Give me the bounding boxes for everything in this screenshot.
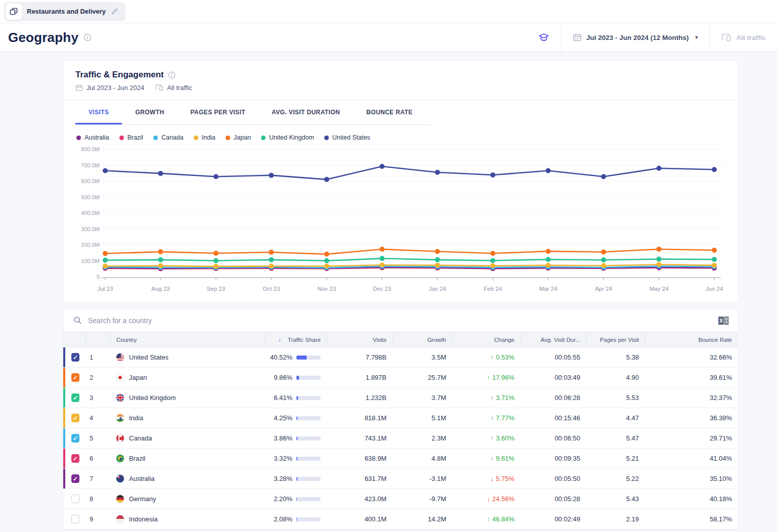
row-checkbox[interactable]: ✓ [71,495,79,503]
country-name[interactable]: Germany [129,495,156,503]
col-bounce-rate[interactable]: Bounce Rate [645,332,738,347]
traffic-engagement-panel: Traffic & Engagement Jul 2023 - Jun 2024… [63,60,739,302]
traffic-share-value: 3.86% [274,434,292,442]
date-range-picker[interactable]: Jul 2023 - Jun 2024 (12 Months) ▼ [561,23,710,52]
row-checkbox[interactable]: ✓ [71,414,79,422]
table-row[interactable]: ✓ 1 United States 40.52% 7.798B 3.5M ↑0.… [63,347,738,368]
country-name[interactable]: India [129,414,143,422]
row-checkbox[interactable]: ✓ [71,434,79,442]
svg-text:Sep 23: Sep 23 [207,286,225,292]
change-value: ↑3.71% [452,388,521,408]
legend-dot-icon [76,136,81,140]
col-visits[interactable]: Visits [327,332,393,347]
check-icon: ✓ [73,456,78,462]
country-name[interactable]: Australia [129,475,155,482]
legend-item[interactable]: India [194,134,215,141]
country-flag-icon [116,393,124,402]
visits-value: 631.7M [327,469,393,489]
row-checkbox[interactable]: ✓ [71,393,79,402]
col-country[interactable]: Country [110,332,264,347]
legend-label: Brazil [127,134,143,141]
svg-text:Nov 23: Nov 23 [318,286,336,292]
table-row[interactable]: ✓ 8 Germany 2.20% 423.0M -9.7M ↓24.56% 0… [63,489,738,509]
pages-per-visit-value: 5.38 [586,347,645,367]
change-arrow-icon: ↑ [491,353,494,361]
tab-visits[interactable]: VISITS [75,100,122,124]
legend-item[interactable]: Canada [153,134,184,141]
col-avg-visit-duration[interactable]: Avg. Visit Dur... [521,332,586,347]
avg-visit-duration-value: 00:09:35 [521,449,586,468]
traffic-share-value: 4.25% [274,414,292,422]
edit-workspace-icon[interactable] [111,8,118,15]
workspace-bar: Restaurants and Delivery [0,0,777,23]
pages-per-visit-value: 5.47 [586,428,645,448]
info-icon[interactable] [168,71,176,79]
svg-text:Apr 24: Apr 24 [595,286,612,292]
row-rank: 8 [85,489,110,509]
row-rank: 9 [85,509,110,529]
country-name[interactable]: Brazil [129,455,146,462]
change-arrow-icon: ↑ [491,434,494,442]
traffic-share-value: 3.32% [274,455,292,462]
col-pages-per-visit[interactable]: Pages per Visit [586,332,645,347]
chevron-down-icon: ▼ [695,35,699,40]
traffic-filter[interactable]: All traffic [710,23,777,52]
visits-value: 743.1M [327,428,393,448]
traffic-share-bar [296,436,321,440]
svg-text:Aug 23: Aug 23 [151,286,169,292]
row-color-stripe [63,428,65,448]
info-icon[interactable] [83,33,92,41]
traffic-share-value: 2.20% [274,495,292,503]
table-row[interactable]: ✓ 6 Brazil 3.32% 638.9M 4.8M ↑9.61% 00:0… [63,449,738,469]
visits-line-chart[interactable]: 0100.0M200.0M300.0M400.0M500.0M600.0M700… [75,145,726,297]
country-name[interactable]: United Kingdom [129,394,176,402]
tab-avg-visit-duration[interactable]: AVG. VISIT DURATION [258,100,353,124]
row-checkbox[interactable]: ✓ [71,454,79,463]
col-change[interactable]: Change [452,332,521,347]
legend-item[interactable]: Japan [226,134,251,141]
table-search-row: X [63,309,738,332]
table-row[interactable]: ✓ 2 Japan 9.86% 1.897B 25.7M ↑17.96% 00:… [63,368,738,388]
table-row[interactable]: ✓ 7 Australia 3.28% 631.7M -3.1M ↓5.75% … [63,469,738,489]
country-name[interactable]: Canada [129,434,152,442]
svg-text:300.0M: 300.0M [81,226,100,232]
legend-item[interactable]: United States [324,134,370,141]
country-name[interactable]: United States [129,353,168,361]
legend-dot-icon [119,136,124,140]
col-traffic-share[interactable]: ↓Traffic Share [264,332,327,347]
row-checkbox[interactable]: ✓ [71,515,79,523]
table-row[interactable]: ✓ 9 Indonesia 2.08% 400.1M 14.2M ↑46.84%… [63,509,738,529]
traffic-share-value: 3.28% [274,475,292,482]
tab-pages-per-visit[interactable]: PAGES PER VISIT [177,100,258,124]
table-row[interactable]: ✓ 4 India 4.25% 818.1M 5.1M ↑7.77% 00:15… [63,408,738,428]
change-arrow-icon: ↑ [491,414,494,422]
country-name[interactable]: Indonesia [129,515,157,523]
workspace-icon[interactable] [6,4,22,20]
search-input[interactable] [88,317,718,325]
excel-export-icon[interactable]: X [718,316,729,326]
col-growth[interactable]: Growth [393,332,452,347]
svg-text:Mar 24: Mar 24 [539,286,557,292]
avg-visit-duration-value: 00:15:46 [521,408,586,428]
table-row[interactable]: ✓ 5 Canada 3.86% 743.1M 2.3M ↑3.60% 00:0… [63,428,738,449]
workspace-pill[interactable]: Restaurants and Delivery [4,2,125,21]
growth-value: 3.7M [393,388,452,408]
pages-per-visit-value: 2.19 [586,509,645,529]
row-checkbox[interactable]: ✓ [71,353,79,362]
tab-growth[interactable]: GROWTH [122,100,177,124]
legend-label: Australia [84,134,109,141]
country-name[interactable]: Japan [129,374,147,381]
pages-per-visit-value: 5.43 [586,489,645,509]
legend-item[interactable]: United Kingdom [261,134,314,141]
traffic-share-value: 40.52% [270,353,292,361]
table-row[interactable]: ✓ 3 United Kingdom 6.41% 1.232B 3.7M ↑3.… [63,388,738,408]
row-checkbox[interactable]: ✓ [71,474,79,483]
learning-hub-button[interactable] [527,23,561,52]
svg-text:X: X [719,318,723,324]
panel-date-range: Jul 2023 - Jun 2024 [87,84,144,92]
legend-item[interactable]: Australia [76,134,109,141]
row-checkbox[interactable]: ✓ [71,373,79,382]
legend-item[interactable]: Brazil [119,134,143,141]
traffic-share-value: 2.08% [274,515,292,523]
tab-bounce-rate[interactable]: BOUNCE RATE [353,100,426,124]
